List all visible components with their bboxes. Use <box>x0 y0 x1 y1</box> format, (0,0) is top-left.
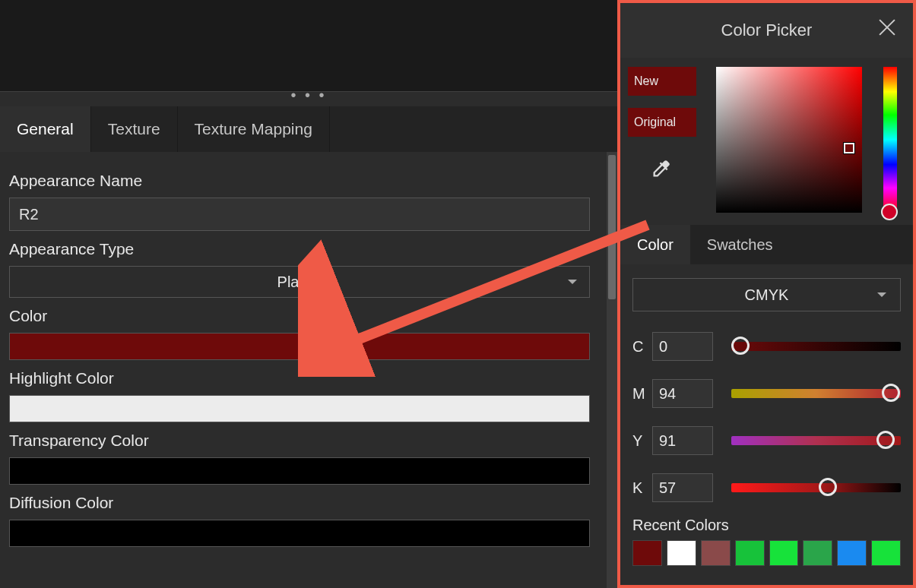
channel-input-k[interactable] <box>652 473 713 502</box>
appearance-type-value: Plastic <box>277 273 322 291</box>
slider-track-c[interactable] <box>731 342 901 351</box>
color-picker-title: Color Picker <box>721 21 813 40</box>
highlight-color-swatch[interactable] <box>9 395 590 422</box>
panel-drag-handle[interactable]: • • • <box>0 91 617 106</box>
appearance-type-label: Appearance Type <box>9 240 607 258</box>
hue-thumb[interactable] <box>881 204 898 220</box>
recent-swatch[interactable] <box>871 540 901 566</box>
slider-thumb-c[interactable] <box>731 337 750 355</box>
recent-colors-row <box>632 540 901 566</box>
recent-swatch[interactable] <box>769 540 799 566</box>
diffusion-color-label: Diffusion Color <box>9 494 607 512</box>
appearance-name-label: Appearance Name <box>9 172 607 190</box>
slider-track-k[interactable] <box>731 483 901 492</box>
diffusion-color-swatch[interactable] <box>9 520 590 547</box>
slider-track-y[interactable] <box>731 436 901 445</box>
recent-colors-label: Recent Colors <box>632 517 901 534</box>
transparency-color-label: Transparency Color <box>9 432 607 450</box>
color-model-value: CMYK <box>745 286 789 304</box>
properties-panel: • • • General Texture Texture Mapping Ap… <box>0 0 617 588</box>
tab-texture-mapping[interactable]: Texture Mapping <box>178 106 330 152</box>
subtab-color[interactable]: Color <box>620 225 690 264</box>
chevron-down-icon <box>877 292 886 297</box>
channel-label-c: C <box>632 338 652 356</box>
transparency-color-swatch[interactable] <box>9 457 590 485</box>
tab-general[interactable]: General <box>0 106 91 152</box>
subtab-swatches[interactable]: Swatches <box>690 225 790 264</box>
appearance-type-select[interactable]: Plastic <box>9 266 590 298</box>
channel-input-c[interactable] <box>652 332 713 361</box>
appearance-name-input[interactable] <box>9 198 590 231</box>
channel-input-m[interactable] <box>652 379 713 408</box>
viewport-area <box>0 0 617 91</box>
color-picker-body: CMYK C M Y K <box>620 264 913 566</box>
slider-thumb-k[interactable] <box>819 478 837 496</box>
channel-label-k: K <box>632 479 652 497</box>
form-scrollbar[interactable] <box>607 152 617 588</box>
form-body: Appearance Name Appearance Type Plastic … <box>0 152 617 588</box>
slider-track-m[interactable] <box>731 389 901 398</box>
recent-swatch[interactable] <box>803 540 832 566</box>
scrollbar-thumb[interactable] <box>608 155 616 299</box>
slider-row-y: Y <box>632 421 901 460</box>
slider-row-m: M <box>632 374 901 413</box>
sv-marker[interactable] <box>844 143 854 153</box>
eyedropper-icon[interactable] <box>651 158 672 179</box>
slider-row-c: C <box>632 327 901 366</box>
color-label: Color <box>9 307 607 325</box>
recent-swatch[interactable] <box>632 540 662 566</box>
slider-row-k: K <box>632 468 901 507</box>
highlight-color-label: Highlight Color <box>9 369 607 387</box>
recent-swatch[interactable] <box>735 540 765 566</box>
recent-swatch[interactable] <box>667 540 696 566</box>
original-color-chip[interactable]: Original <box>628 108 696 137</box>
saturation-value-field[interactable] <box>716 67 862 213</box>
close-icon[interactable] <box>876 17 898 38</box>
color-swatch[interactable] <box>9 333 590 360</box>
color-model-select[interactable]: CMYK <box>632 278 901 311</box>
properties-tabs: General Texture Texture Mapping <box>0 106 617 152</box>
color-picker-subtabs: Color Swatches <box>620 225 913 264</box>
color-preview-row: New Original <box>620 58 913 225</box>
color-picker-header: Color Picker <box>620 3 913 58</box>
channel-label-m: M <box>632 385 652 403</box>
hue-slider[interactable] <box>883 67 897 213</box>
channel-input-y[interactable] <box>652 426 713 455</box>
chevron-down-icon <box>568 280 577 284</box>
tab-texture[interactable]: Texture <box>91 106 178 152</box>
channel-label-y: Y <box>632 432 652 450</box>
color-picker-panel: Color Picker New Original Color Swatches… <box>617 0 916 588</box>
slider-thumb-y[interactable] <box>876 431 895 449</box>
recent-swatch[interactable] <box>701 540 731 566</box>
recent-swatch[interactable] <box>837 540 867 566</box>
slider-thumb-m[interactable] <box>882 384 900 402</box>
new-color-chip[interactable]: New <box>628 67 696 96</box>
